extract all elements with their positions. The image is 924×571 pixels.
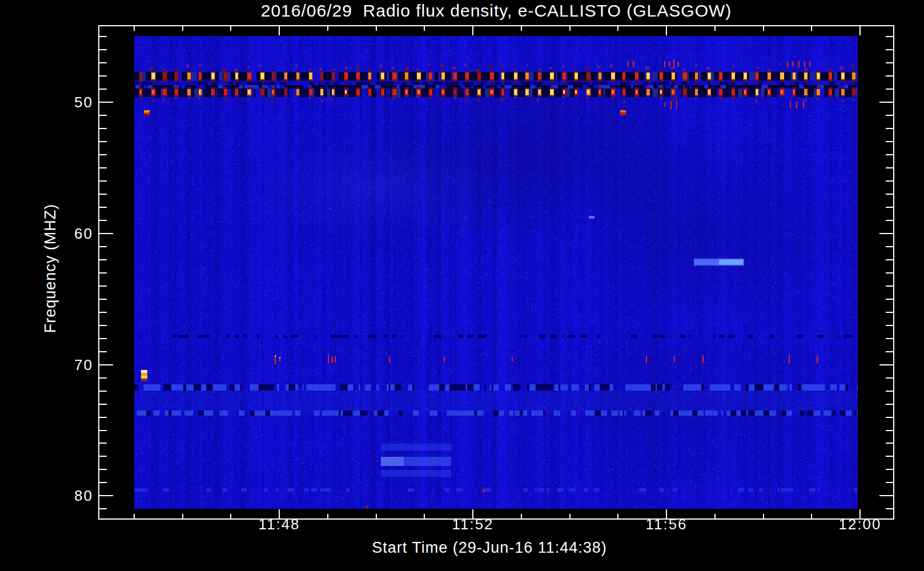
y-minor-tick — [99, 312, 107, 313]
x-minor-tick-top — [134, 26, 135, 31]
y-minor-tick-right — [886, 391, 893, 392]
y-minor-tick — [99, 351, 107, 352]
y-minor-tick — [99, 417, 107, 418]
x-major-tick-top — [859, 26, 861, 35]
x-minor-tick — [376, 514, 377, 518]
y-minor-tick-right — [886, 351, 893, 352]
y-minor-tick-right — [886, 456, 893, 457]
y-minor-tick — [99, 286, 107, 287]
y-minor-tick — [99, 167, 107, 168]
y-minor-tick — [99, 338, 107, 339]
x-minor-tick — [521, 514, 522, 518]
y-minor-tick-right — [886, 246, 893, 247]
y-minor-tick — [99, 272, 107, 274]
y-minor-tick-right — [886, 194, 893, 195]
x-minor-tick-top — [617, 26, 618, 31]
y-minor-tick — [99, 89, 107, 90]
x-minor-tick-top — [714, 26, 716, 31]
y-minor-tick — [99, 391, 107, 392]
y-minor-tick-right — [886, 469, 893, 470]
y-minor-tick-right — [886, 75, 893, 77]
y-minor-tick — [99, 325, 107, 326]
x-minor-tick-top — [376, 26, 377, 31]
x-axis-title: Start Time (29-Jun-16 11:44:38) — [372, 539, 607, 557]
y-minor-tick — [99, 482, 107, 483]
x-major-tick-top — [472, 26, 473, 35]
y-tick-label: 60 — [41, 225, 93, 243]
y-minor-tick — [99, 36, 107, 37]
y-minor-tick — [99, 246, 107, 247]
y-minor-tick-right — [886, 259, 893, 260]
y-minor-tick-right — [886, 508, 893, 509]
y-minor-tick — [99, 207, 107, 208]
y-minor-tick-right — [886, 417, 893, 418]
y-minor-tick — [99, 443, 107, 444]
x-minor-tick — [617, 514, 618, 518]
x-minor-tick — [327, 514, 328, 518]
y-major-tick-right — [879, 495, 893, 496]
plot-frame — [98, 25, 894, 520]
y-major-tick — [99, 102, 113, 103]
y-major-tick — [99, 233, 113, 234]
x-major-tick-top — [279, 26, 280, 35]
y-minor-tick — [99, 115, 107, 116]
plot-area: 2016/06/29 Radio flux density, e-CALLIST… — [0, 0, 924, 571]
y-minor-tick-right — [886, 115, 893, 116]
y-major-tick — [99, 495, 113, 496]
y-tick-label: 70 — [41, 356, 93, 374]
y-minor-tick — [99, 75, 107, 77]
x-minor-tick-top — [424, 26, 425, 31]
y-minor-tick — [99, 404, 107, 405]
x-major-tick-top — [666, 26, 667, 35]
y-minor-tick-right — [886, 154, 893, 155]
y-minor-tick-right — [886, 89, 893, 90]
x-minor-tick-top — [521, 26, 522, 31]
x-tick-label: 12:00 — [838, 516, 881, 533]
y-minor-tick — [99, 49, 107, 50]
y-minor-tick-right — [886, 62, 893, 63]
y-minor-tick-right — [886, 443, 893, 444]
y-minor-tick — [99, 141, 107, 142]
y-major-tick-right — [879, 364, 893, 365]
y-tick-label: 50 — [41, 94, 93, 111]
x-tick-label: 11:52 — [452, 516, 493, 533]
plot-title: 2016/06/29 Radio flux density, e-CALLIST… — [261, 1, 732, 21]
y-minor-tick — [99, 62, 107, 63]
y-minor-tick-right — [886, 286, 893, 287]
y-minor-tick-right — [886, 404, 893, 405]
y-tick-label: 80 — [41, 487, 93, 505]
y-minor-tick — [99, 128, 107, 129]
y-minor-tick-right — [886, 325, 893, 326]
y-major-tick — [99, 364, 113, 365]
y-minor-tick-right — [886, 377, 893, 379]
y-minor-tick-right — [886, 338, 893, 339]
y-axis-title: Frequency (MHZ) — [42, 204, 59, 333]
x-minor-tick-top — [182, 26, 183, 31]
x-minor-tick-top — [327, 26, 328, 31]
y-minor-tick-right — [886, 180, 893, 182]
y-minor-tick — [99, 469, 107, 470]
x-minor-tick — [569, 514, 571, 518]
x-minor-tick-top — [230, 26, 231, 31]
y-minor-tick-right — [886, 167, 893, 168]
x-tick-label: 11:48 — [258, 516, 300, 533]
x-minor-tick — [714, 514, 716, 518]
x-minor-tick — [134, 514, 135, 518]
x-tick-label: 11:56 — [645, 516, 687, 533]
x-minor-tick — [230, 514, 231, 518]
y-minor-tick — [99, 299, 107, 300]
y-minor-tick — [99, 259, 107, 260]
y-minor-tick — [99, 456, 107, 457]
y-minor-tick-right — [886, 128, 893, 129]
y-minor-tick-right — [886, 220, 893, 221]
y-minor-tick-right — [886, 141, 893, 142]
y-minor-tick-right — [886, 299, 893, 300]
y-major-tick-right — [879, 102, 893, 103]
x-minor-tick — [811, 514, 812, 518]
y-minor-tick-right — [886, 36, 893, 37]
y-minor-tick-right — [886, 482, 893, 483]
y-minor-tick — [99, 508, 107, 509]
x-minor-tick-top — [763, 26, 764, 31]
y-minor-tick — [99, 154, 107, 155]
y-minor-tick — [99, 430, 107, 431]
